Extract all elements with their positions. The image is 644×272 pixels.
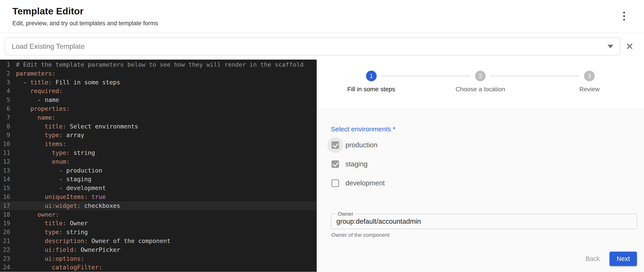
- check-icon: [332, 161, 338, 167]
- code-line[interactable]: 8 title: Select environments: [0, 122, 317, 131]
- stepper-step: 3Review: [535, 71, 644, 93]
- next-button[interactable]: Next: [610, 252, 637, 266]
- code-line[interactable]: 24 catalogFilter:: [0, 263, 317, 272]
- code-text: - staging: [16, 175, 91, 184]
- code-text: parameters:: [16, 69, 56, 78]
- code-text: ui:widget: checkboxes: [16, 201, 120, 210]
- code-line[interactable]: 22 ui:field: OwnerPicker: [0, 245, 317, 254]
- code-line[interactable]: 21 description: Owner of the component: [0, 237, 317, 245]
- checkbox[interactable]: [327, 175, 343, 191]
- checkbox[interactable]: [327, 156, 343, 172]
- checkbox-checked: [332, 160, 339, 168]
- code-line[interactable]: 19 title: Owner: [0, 219, 317, 228]
- code-line[interactable]: 4 required:: [0, 87, 317, 95]
- code-line[interactable]: 10 items:: [0, 140, 317, 149]
- page-header: Template Editor Edit, preview, and try o…: [0, 0, 644, 33]
- code-line[interactable]: 13 - production: [0, 166, 317, 175]
- code-line[interactable]: 5 - name: [0, 95, 317, 104]
- code-line[interactable]: 16 uniqueItems: true: [0, 193, 317, 201]
- line-number: 5: [0, 95, 10, 104]
- code-line[interactable]: 14 - staging: [0, 175, 317, 184]
- code-text: title: Owner: [16, 219, 88, 228]
- checkbox-label: production: [346, 141, 378, 149]
- load-template-select[interactable]: Load Existing Template: [5, 37, 620, 55]
- line-number: 22: [0, 245, 10, 254]
- checkbox-label: development: [346, 179, 385, 187]
- line-number: 17: [0, 201, 10, 210]
- owner-input[interactable]: [331, 214, 637, 229]
- owner-field-label: Owner: [336, 211, 356, 217]
- code-line[interactable]: 20 type: string: [0, 228, 317, 237]
- close-icon: ✕: [626, 41, 634, 52]
- line-number: 14: [0, 175, 10, 184]
- stepper-connector: [490, 76, 579, 76]
- line-number: 7: [0, 113, 10, 122]
- checkbox[interactable]: [327, 137, 343, 153]
- code-text: title: Select environments: [16, 122, 138, 131]
- checkbox-option-production[interactable]: production: [331, 135, 637, 155]
- close-button[interactable]: ✕: [620, 37, 639, 55]
- code-line[interactable]: 7 name:: [0, 113, 317, 122]
- preview-panel: 1Fill in some steps2Choose a location3Re…: [317, 60, 644, 272]
- page-subtitle: Edit, preview, and try out templates and…: [12, 20, 632, 27]
- code-line[interactable]: 11 type: string: [0, 149, 317, 157]
- code-text: enum:: [16, 157, 70, 166]
- line-number: 20: [0, 228, 10, 237]
- code-text: type: string: [16, 149, 95, 157]
- required-marker: *: [391, 125, 396, 133]
- stepper-step: 2Choose a location: [426, 71, 535, 93]
- yaml-editor[interactable]: 1# Edit the template parameters below to…: [0, 60, 317, 272]
- step-label: Review: [579, 86, 600, 93]
- code-line[interactable]: 17 ui:widget: checkboxes: [0, 201, 317, 210]
- code-text: type: array: [16, 131, 84, 140]
- line-number: 8: [0, 122, 10, 131]
- checkbox-option-staging[interactable]: staging: [331, 155, 637, 174]
- code-text: - name: [16, 95, 59, 104]
- kebab-menu-button[interactable]: [618, 9, 630, 24]
- code-text: ui:options:: [16, 254, 84, 263]
- line-number: 11: [0, 149, 10, 157]
- code-text: catalogFilter:: [16, 263, 102, 272]
- line-number: 16: [0, 193, 10, 201]
- code-line[interactable]: 2parameters:: [0, 69, 317, 78]
- code-text: # Edit the template parameters below to …: [16, 60, 304, 69]
- code-text: - development: [16, 184, 106, 193]
- stepper-step: 1Fill in some steps: [317, 71, 426, 93]
- checkbox-option-development[interactable]: development: [331, 174, 637, 193]
- line-number: 24: [0, 263, 10, 272]
- template-form: Select environments * productionstagingd…: [317, 108, 644, 272]
- code-line[interactable]: 6 properties:: [0, 104, 317, 113]
- step-circle: 3: [584, 71, 595, 81]
- stepper: 1Fill in some steps2Choose a location3Re…: [317, 60, 644, 108]
- back-button[interactable]: Back: [580, 252, 606, 265]
- code-line[interactable]: 3 - title: Fill in some steps: [0, 78, 317, 87]
- line-number: 3: [0, 78, 10, 87]
- code-line[interactable]: 1# Edit the template parameters below to…: [0, 60, 317, 69]
- checkbox-checked: [332, 141, 339, 149]
- code-text: owner:: [16, 210, 59, 219]
- line-number: 4: [0, 87, 10, 95]
- checkbox-unchecked: [332, 179, 339, 187]
- code-line[interactable]: 9 type: array: [0, 131, 317, 140]
- page-title: Template Editor: [12, 6, 632, 17]
- caret-down-icon: [608, 45, 613, 48]
- line-number: 9: [0, 131, 10, 140]
- line-number: 2: [0, 69, 10, 78]
- step-circle: 1: [366, 71, 376, 81]
- environments-label: Select environments *: [331, 125, 637, 133]
- stepper-steps: 1Fill in some steps2Choose a location3Re…: [317, 71, 644, 93]
- code-line[interactable]: 23 ui:options:: [0, 254, 317, 263]
- environment-options: productionstagingdevelopment: [331, 135, 637, 193]
- load-template-select-value: Load Existing Template: [12, 42, 85, 51]
- owner-helper-text: Owner of the component: [331, 232, 637, 238]
- code-text: name:: [16, 113, 56, 122]
- code-line[interactable]: 12 enum:: [0, 157, 317, 166]
- line-number: 1: [0, 60, 10, 69]
- code-line[interactable]: 15 - development: [0, 184, 317, 193]
- owner-field: Owner: [331, 214, 637, 229]
- code-line[interactable]: 18 owner:: [0, 210, 317, 219]
- toolbar: Load Existing Template ✕: [0, 33, 644, 60]
- step-label: Choose a location: [456, 86, 505, 93]
- code-text: - production: [16, 166, 102, 175]
- line-number: 15: [0, 184, 10, 193]
